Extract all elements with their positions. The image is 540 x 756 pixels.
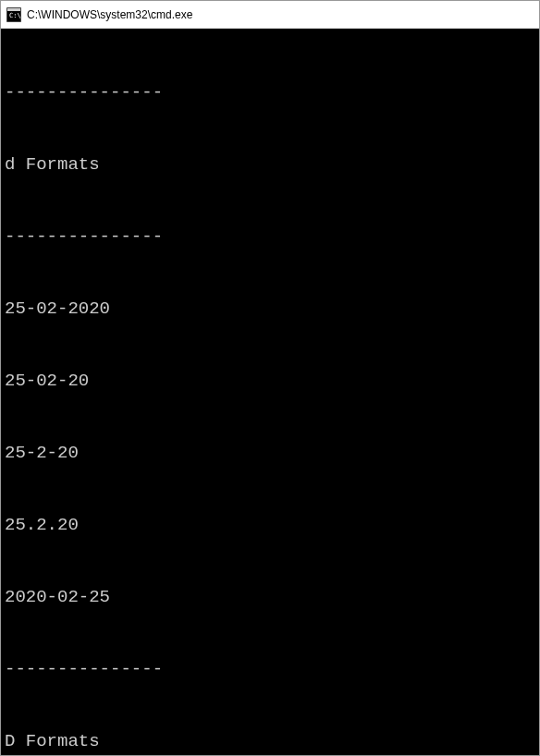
terminal-output[interactable]: --------------- d Formats --------------… <box>1 29 539 755</box>
terminal-line: --------------- <box>5 225 535 249</box>
terminal-line: 25-2-20 <box>5 441 535 465</box>
terminal-line: D Formats <box>5 729 535 753</box>
terminal-line: 25-02-2020 <box>5 297 535 321</box>
terminal-line: d Formats <box>5 152 535 177</box>
terminal-line: 25-02-20 <box>5 369 535 393</box>
svg-rect-1 <box>7 8 20 11</box>
terminal-line: --------------- <box>5 80 535 104</box>
terminal-line: 2020-02-25 <box>5 585 535 609</box>
svg-text:C:\: C:\ <box>9 12 21 19</box>
terminal-line: 25.2.20 <box>5 513 535 537</box>
cmd-window: C:\ C:\WINDOWS\system32\cmd.exe --------… <box>0 0 540 756</box>
window-title: C:\WINDOWS\system32\cmd.exe <box>27 8 192 21</box>
cmd-icon: C:\ <box>6 7 21 22</box>
titlebar[interactable]: C:\ C:\WINDOWS\system32\cmd.exe <box>1 1 539 29</box>
terminal-line: --------------- <box>5 657 535 681</box>
